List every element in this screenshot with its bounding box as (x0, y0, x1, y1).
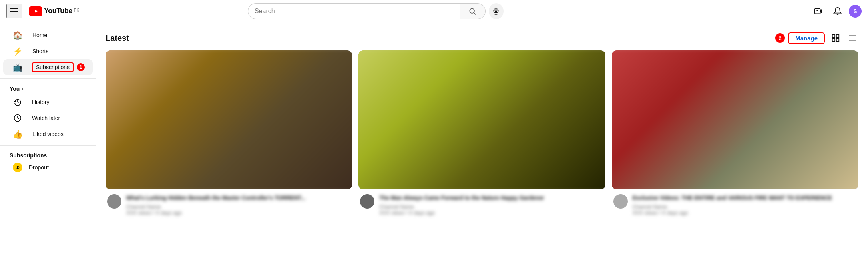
video-meta-2: The Man Always Came Forward to the Natur… (379, 194, 603, 216)
video-thumbnail-1 (106, 50, 352, 189)
sidebar-item-liked-videos[interactable]: 👍 Liked videos (3, 126, 93, 142)
subscriptions-badge: 1 (77, 63, 85, 71)
sidebar-item-label-home: Home (32, 32, 47, 38)
logo[interactable]: YouTube PK (29, 6, 79, 16)
channel-item-dropout[interactable]: :D Dropout (3, 159, 93, 175)
video-stats-2: XXX views • X days ago (379, 210, 603, 216)
svg-point-2 (470, 8, 475, 13)
main-controls: 2 Manage (775, 32, 858, 44)
video-title-3: Exclusive Videos: THE ENTIRE and VARIOUS… (633, 194, 857, 202)
avatar[interactable]: S (849, 5, 862, 18)
video-info-2: The Man Always Came Forward to the Natur… (358, 194, 605, 216)
thumbnail-image-3 (612, 50, 858, 189)
logo-text: YouTube (44, 7, 72, 15)
page-title: Latest (106, 34, 129, 43)
channel-avatar-dropout: :D (13, 163, 22, 172)
subscriptions-section-label: Subscriptions (10, 152, 47, 159)
search-icon (468, 7, 476, 15)
create-button[interactable] (810, 3, 826, 19)
sidebar-item-home[interactable]: 🏠 Home (3, 27, 93, 43)
svg-rect-13 (836, 35, 839, 37)
video-stats-1: XXX views • X days ago (126, 210, 350, 216)
logo-country: PK (74, 8, 79, 12)
menu-button[interactable] (6, 4, 22, 18)
you-chevron: › (21, 85, 23, 92)
subscriptions-label-box: Subscriptions (32, 62, 74, 72)
sidebar-item-watch-later[interactable]: Watch later (3, 110, 93, 126)
sidebar-divider-2 (0, 145, 96, 146)
sidebar-item-label-watch-later: Watch later (32, 115, 60, 121)
sidebar-divider-1 (0, 78, 96, 79)
thumbnail-image-2 (358, 50, 605, 189)
svg-rect-4 (495, 8, 497, 11)
svg-rect-15 (836, 39, 839, 41)
watch-later-icon (13, 114, 22, 122)
mic-button[interactable] (489, 3, 504, 19)
sidebar-item-label-liked: Liked videos (32, 131, 64, 137)
main-content: Latest 2 Manage (96, 22, 868, 225)
channel-thumb-2 (360, 194, 374, 209)
you-label: You (10, 86, 20, 92)
liked-videos-icon: 👍 (13, 129, 23, 139)
sidebar-item-label-shorts: Shorts (32, 48, 48, 54)
create-icon (814, 7, 823, 16)
home-icon: 🏠 (13, 30, 23, 40)
video-card-3[interactable]: Exclusive Videos: THE ENTIRE and VARIOUS… (612, 50, 858, 216)
video-meta-1: What's Lurking Hidden Beneath the Master… (126, 194, 350, 216)
video-info-3: Exclusive Videos: THE ENTIRE and VARIOUS… (612, 194, 858, 216)
video-card-1[interactable]: What's Lurking Hidden Beneath the Master… (106, 50, 352, 216)
subscriptions-icon: 📺 (13, 62, 22, 72)
header-right: S (810, 3, 862, 19)
search-form (248, 3, 486, 19)
grid-icon (831, 34, 840, 42)
main-header: Latest 2 Manage (106, 32, 858, 44)
subscriptions-badge-wrapper: Subscriptions 1 (32, 62, 85, 72)
channel-thumb-3 (613, 194, 628, 209)
history-icon (13, 98, 22, 106)
video-grid: What's Lurking Hidden Beneath the Master… (106, 50, 858, 216)
video-meta-3: Exclusive Videos: THE ENTIRE and VARIOUS… (633, 194, 857, 216)
manage-count-badge: 2 (775, 33, 785, 43)
video-channel-2: Channel Name (379, 204, 603, 210)
search-input[interactable] (248, 3, 460, 19)
sidebar-item-subscriptions[interactable]: 📺 Subscriptions 1 (3, 59, 93, 75)
video-channel-3: Channel Name (633, 204, 857, 210)
video-channel-1: Channel Name (126, 204, 350, 210)
bell-icon (833, 7, 842, 16)
svg-rect-12 (832, 35, 835, 37)
list-icon (848, 34, 857, 42)
search-button[interactable] (460, 3, 486, 19)
header-left: YouTube PK (6, 4, 94, 18)
thumbnail-image-1 (106, 50, 352, 189)
youtube-logo-icon (29, 6, 42, 16)
sidebar: 🏠 Home ⚡ Shorts 📺 Subscriptions 1 You › … (0, 22, 96, 225)
shorts-icon: ⚡ (13, 46, 23, 56)
svg-rect-14 (832, 39, 835, 41)
sidebar-item-shorts[interactable]: ⚡ Shorts (3, 43, 93, 59)
video-title-2: The Man Always Came Forward to the Natur… (379, 194, 603, 202)
sidebar-item-label-history: History (32, 99, 50, 105)
header-center (248, 3, 504, 19)
subscriptions-section-heading: Subscriptions (0, 149, 96, 159)
video-title-1: What's Lurking Hidden Beneath the Master… (126, 194, 350, 202)
video-thumbnail-3 (612, 50, 858, 189)
channel-label-dropout: Dropout (29, 164, 49, 171)
video-thumbnail-2 (358, 50, 605, 189)
video-card-2[interactable]: The Man Always Came Forward to the Natur… (358, 50, 605, 216)
list-view-button[interactable] (846, 32, 858, 44)
notifications-button[interactable] (830, 3, 846, 19)
grid-view-button[interactable] (830, 32, 842, 44)
sidebar-item-history[interactable]: History (3, 94, 93, 110)
channel-thumb-1 (107, 194, 121, 209)
video-stats-3: XXX views • X days ago (633, 210, 857, 216)
video-info-1: What's Lurking Hidden Beneath the Master… (106, 194, 352, 216)
manage-badge-wrapper: 2 Manage (775, 32, 825, 44)
you-section[interactable]: You › (0, 82, 96, 94)
svg-line-3 (474, 12, 476, 14)
manage-button[interactable]: Manage (788, 32, 825, 44)
header: YouTube PK (0, 0, 868, 22)
mic-icon (492, 7, 500, 15)
